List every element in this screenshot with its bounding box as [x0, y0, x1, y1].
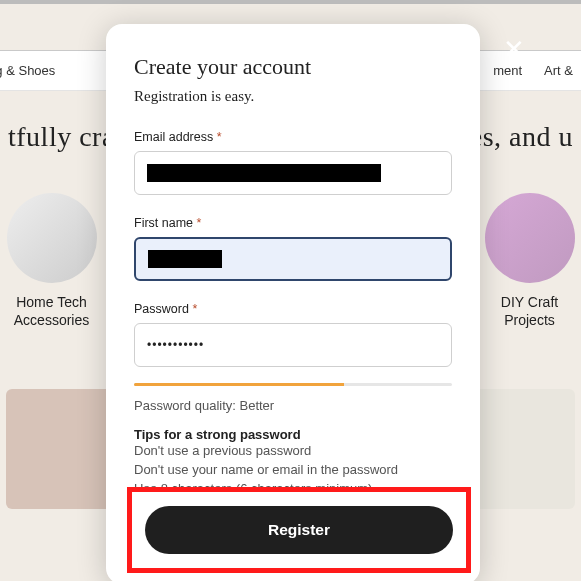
password-field[interactable]: •••••••••••	[134, 323, 452, 367]
redacted-value	[147, 164, 381, 182]
category-card[interactable]: Home Tech Accessories	[4, 193, 99, 329]
email-field[interactable]	[134, 151, 452, 195]
register-button[interactable]: Register	[145, 506, 453, 554]
tip-item: Don't use a previous password	[134, 442, 452, 461]
category-label: Home Tech Accessories	[4, 293, 99, 329]
tip-item: Don't use your name or email in the pass…	[134, 461, 452, 480]
category-image	[7, 193, 97, 283]
category-image	[485, 193, 575, 283]
password-strength-meter	[134, 383, 452, 386]
required-marker: *	[217, 130, 222, 144]
nav-item[interactable]: hing & Shoes	[0, 63, 55, 78]
required-marker: *	[192, 302, 197, 316]
nav-item[interactable]: ment	[493, 63, 522, 78]
modal-subtitle: Registration is easy.	[134, 88, 452, 105]
password-mask: •••••••••••	[147, 338, 204, 352]
category-card[interactable]: DIY Craft Projects	[482, 193, 577, 329]
hero-text: tfully cra	[0, 91, 123, 183]
modal-title: Create your account	[134, 54, 452, 80]
firstname-label: First name *	[134, 216, 201, 230]
email-label: Email address *	[134, 130, 222, 144]
password-quality: Password quality: Better	[134, 398, 452, 413]
register-highlight: Register	[127, 487, 471, 573]
tips-header: Tips for a strong password	[134, 427, 452, 442]
firstname-field[interactable]	[134, 237, 452, 281]
required-marker: *	[197, 216, 202, 230]
nav-item[interactable]: Art &	[544, 63, 573, 78]
password-label: Password *	[134, 302, 197, 316]
category-label: DIY Craft Projects	[482, 293, 577, 329]
redacted-value	[148, 250, 222, 268]
close-icon[interactable]: ✕	[503, 36, 525, 62]
